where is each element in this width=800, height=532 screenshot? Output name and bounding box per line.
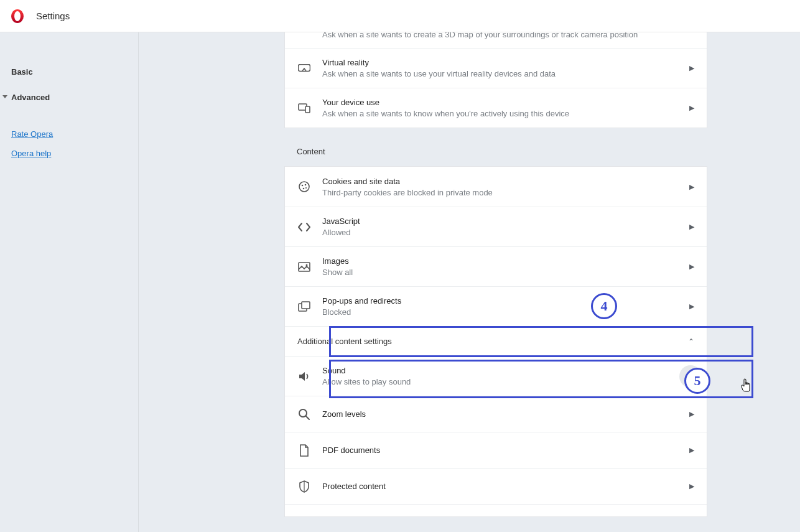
chevron-up-icon: ⌃	[688, 337, 694, 346]
svg-rect-13	[302, 302, 310, 309]
row-images[interactable]: Images Show all ▶	[285, 246, 707, 286]
chevron-right-icon: ▶	[689, 482, 694, 490]
chevron-right-icon: ▶	[689, 183, 694, 191]
chevron-right-icon: ▶	[688, 372, 693, 380]
svg-point-5	[299, 182, 309, 192]
row-desc: Third-party cookies are blocked in priva…	[322, 188, 689, 197]
chevron-right-icon: ▶	[689, 446, 694, 454]
sidebar-item-advanced[interactable]: Advanced	[11, 89, 138, 106]
row-virtual-reality[interactable]: Virtual reality Ask when a site wants to…	[285, 48, 707, 88]
svg-line-15	[306, 416, 309, 419]
page-title: Settings	[36, 11, 70, 21]
row-title: JavaScript	[322, 217, 689, 226]
svg-rect-4	[305, 106, 310, 113]
svg-point-7	[305, 184, 307, 186]
row-popups[interactable]: Pop-ups and redirects Blocked ▶	[285, 286, 707, 326]
pdf-icon	[297, 444, 311, 457]
svg-point-6	[302, 185, 304, 187]
zoom-icon	[297, 408, 311, 421]
sidebar: Basic Advanced Rate Opera Opera help	[0, 32, 139, 532]
chevron-right-icon: ▶	[689, 223, 694, 231]
svg-point-8	[303, 188, 305, 190]
cookie-icon	[297, 180, 311, 194]
row-cookies[interactable]: Cookies and site data Third-party cookie…	[285, 167, 707, 207]
main-content: Ask when a site wants to create a 3D map…	[139, 32, 800, 532]
row-desc: Blocked	[322, 307, 689, 317]
svg-point-11	[306, 264, 308, 266]
popup-icon	[297, 300, 311, 314]
svg-rect-10	[299, 263, 310, 271]
content-panel: Cookies and site data Third-party cookie…	[284, 166, 707, 517]
shield-icon	[297, 480, 311, 493]
row-device-use[interactable]: Your device use Ask when a site wants to…	[285, 88, 707, 128]
row-title: Sound	[322, 366, 694, 375]
row-title: Pop-ups and redirects	[322, 296, 689, 306]
row-javascript[interactable]: JavaScript Allowed ▶	[285, 207, 707, 246]
row-desc: Allowed	[322, 228, 689, 237]
svg-point-9	[305, 187, 307, 189]
row-desc: Show all	[322, 268, 689, 277]
row-title: Your device use	[322, 98, 689, 107]
row-sound[interactable]: Sound Allow sites to play sound ▶	[285, 356, 707, 396]
sidebar-item-basic[interactable]: Basic	[11, 63, 138, 80]
device-icon	[297, 101, 311, 115]
hover-indicator: ▶	[679, 365, 702, 388]
row-protected[interactable]: Protected content ▶	[285, 468, 707, 504]
sidebar-link-rate[interactable]: Rate Opera	[11, 124, 138, 144]
sound-icon	[297, 370, 311, 383]
row-pdf[interactable]: PDF documents ▶	[285, 432, 707, 468]
row-title: Cookies and site data	[322, 177, 689, 186]
row-desc: Ask when a site wants to use your virtua…	[322, 69, 689, 78]
permissions-panel: Ask when a site wants to create a 3D map…	[284, 32, 707, 128]
svg-point-14	[299, 409, 307, 417]
row-desc: Ask when a site wants to know when you'r…	[322, 109, 689, 118]
vr-icon	[297, 62, 311, 75]
svg-point-1	[14, 11, 21, 21]
additional-content-expander[interactable]: Additional content settings ⌃	[285, 326, 707, 356]
row-title: Protected content	[322, 482, 689, 491]
chevron-right-icon: ▶	[689, 263, 694, 271]
chevron-right-icon: ▶	[689, 104, 694, 112]
expander-label: Additional content settings	[297, 337, 392, 346]
row-title: Images	[322, 256, 689, 266]
opera-logo-icon	[10, 9, 25, 24]
cutoff-row-desc: Ask when a site wants to create a 3D map…	[285, 32, 707, 48]
row-title: PDF documents	[322, 446, 689, 455]
content-section-label: Content	[284, 128, 707, 166]
code-icon	[297, 220, 311, 234]
app-header: Settings	[0, 0, 800, 32]
row-title: Virtual reality	[322, 58, 689, 67]
row-desc: Allow sites to play sound	[322, 377, 694, 386]
row-zoom[interactable]: Zoom levels ▶	[285, 396, 707, 432]
chevron-right-icon: ▶	[689, 64, 694, 72]
image-icon	[297, 260, 311, 274]
chevron-right-icon: ▶	[689, 410, 694, 418]
sidebar-link-help[interactable]: Opera help	[11, 144, 138, 163]
row-title: Zoom levels	[322, 409, 689, 419]
chevron-right-icon: ▶	[689, 302, 694, 310]
